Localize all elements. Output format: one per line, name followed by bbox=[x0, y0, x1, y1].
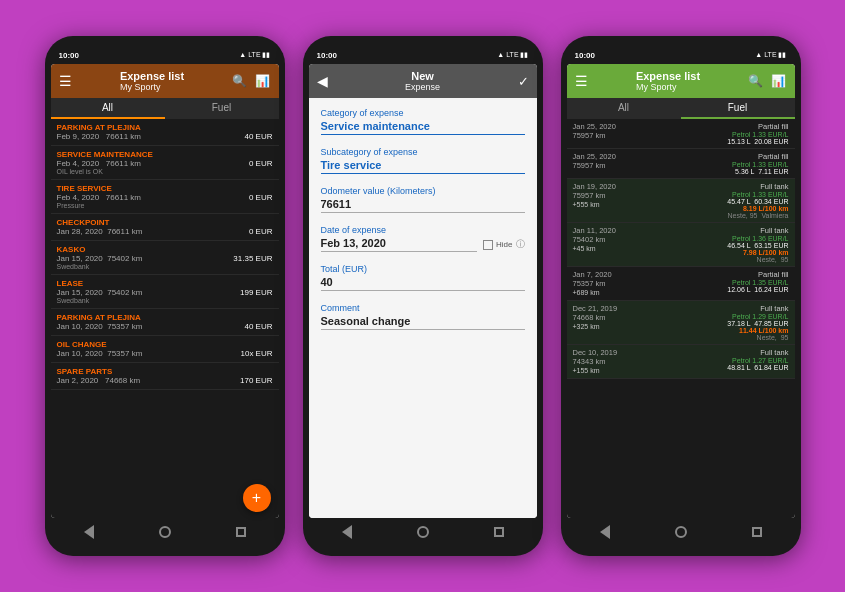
back-button[interactable] bbox=[81, 524, 97, 540]
home-button[interactable] bbox=[415, 524, 431, 540]
header-title-group: Expense list My Sporty bbox=[636, 70, 700, 92]
petrol-price: Petrol 1.35 EUR/L bbox=[727, 279, 788, 286]
petrol-price: Petrol 1.33 EUR/L bbox=[727, 191, 788, 198]
back-icon[interactable]: ◀ bbox=[317, 73, 328, 89]
tab-fuel[interactable]: Fuel bbox=[681, 98, 795, 119]
expense-list: PARKING AT PLEJINA Feb 9, 2020 76611 km … bbox=[51, 119, 279, 518]
list-item[interactable]: Jan 25, 202075957 km Partial fill Petrol… bbox=[567, 149, 795, 179]
recents-button[interactable] bbox=[491, 524, 507, 540]
fuel-right: Full tank Petrol 1.33 EUR/L 45.47 L 60.3… bbox=[727, 182, 788, 219]
phone-1-topbar: 10:00 ▲ LTE ▮▮ bbox=[51, 46, 279, 64]
fuel-right: Partial fill Petrol 1.33 EUR/L 15.13 L 2… bbox=[727, 122, 788, 145]
chart-icon[interactable]: 📊 bbox=[771, 74, 786, 88]
phone-3-header: ☰ Expense list My Sporty 🔍 📊 bbox=[567, 64, 795, 98]
expense-note: OIL level is OK bbox=[57, 168, 273, 175]
category-field: Category of expense Service maintenance bbox=[321, 108, 525, 135]
subcategory-value[interactable]: Tire service bbox=[321, 159, 525, 174]
hide-toggle[interactable]: Hide ⓘ bbox=[483, 238, 524, 251]
total-label: Total (EUR) bbox=[321, 264, 525, 274]
odometer-field: Odometer value (Kilometers) 76611 bbox=[321, 186, 525, 213]
expense-date-km: Jan 10, 2020 75357 km bbox=[57, 322, 143, 331]
list-item[interactable]: Jan 11, 202075402 km+45 km Full tank Pet… bbox=[567, 223, 795, 267]
phone-1-screen: ☰ Expense list My Sporty 🔍 📊 All Fuel PA… bbox=[51, 64, 279, 518]
list-item[interactable]: SERVICE MAINTENANCE Feb 4, 2020 76611 km… bbox=[51, 146, 279, 180]
odometer-value[interactable]: 76611 bbox=[321, 198, 525, 213]
expense-category: LEASE bbox=[57, 279, 273, 288]
date-value[interactable]: Feb 13, 2020 bbox=[321, 237, 478, 252]
phone-1: 10:00 ▲ LTE ▮▮ ☰ Expense list My Sporty … bbox=[45, 36, 285, 556]
search-icon[interactable]: 🔍 bbox=[748, 74, 763, 88]
tab-all[interactable]: All bbox=[51, 98, 165, 119]
phone-1-status-icons: ▲ LTE ▮▮ bbox=[239, 51, 270, 59]
back-button[interactable] bbox=[597, 524, 613, 540]
search-icon[interactable]: 🔍 bbox=[232, 74, 247, 88]
list-item[interactable]: Jan 19, 202075957 km+555 km Full tank Pe… bbox=[567, 179, 795, 223]
list-item[interactable]: KASKO Jan 15, 2020 75402 km 31.35 EUR Sw… bbox=[51, 241, 279, 275]
home-button[interactable] bbox=[157, 524, 173, 540]
phone-2-screen: ◀ New Expense ✓ Category of expense Serv… bbox=[309, 64, 537, 518]
phone-3-topbar: 10:00 ▲ LTE ▮▮ bbox=[567, 46, 795, 64]
list-item[interactable]: PARKING AT PLEJINA Feb 9, 2020 76611 km … bbox=[51, 119, 279, 146]
list-item[interactable]: TIRE SERVICE Feb 4, 2020 76611 km 0 EUR … bbox=[51, 180, 279, 214]
liters-cost: 5.36 L 7.11 EUR bbox=[732, 168, 788, 175]
fuel-right: Partial fill Petrol 1.35 EUR/L 12.06 L 1… bbox=[727, 270, 788, 297]
menu-icon[interactable]: ☰ bbox=[59, 73, 72, 89]
phone-2-header: ◀ New Expense ✓ bbox=[309, 64, 537, 98]
expense-note: Swedbank bbox=[57, 297, 273, 304]
petrol-price: Petrol 1.29 EUR/L bbox=[727, 313, 788, 320]
info-icon[interactable]: ⓘ bbox=[516, 238, 525, 251]
liters-cost: 45.47 L 60.34 EUR bbox=[727, 198, 788, 205]
header-action-icons: 🔍 📊 bbox=[232, 74, 270, 88]
liters-cost: 48.81 L 61.84 EUR bbox=[727, 364, 788, 371]
list-item[interactable]: PARKING AT PLEJINA Jan 10, 2020 75357 km… bbox=[51, 309, 279, 336]
phone-2: 10:00 ▲ LTE ▮▮ ◀ New Expense ✓ Category … bbox=[303, 36, 543, 556]
list-item[interactable]: OIL CHANGE Jan 10, 2020 75357 km 10x EUR bbox=[51, 336, 279, 363]
expense-date-km: Feb 4, 2020 76611 km bbox=[57, 193, 142, 202]
expense-category: PARKING AT PLEJINA bbox=[57, 123, 273, 132]
tab-fuel[interactable]: Fuel bbox=[165, 98, 279, 119]
recents-button[interactable] bbox=[749, 524, 765, 540]
back-button[interactable] bbox=[339, 524, 355, 540]
list-item[interactable]: Dec 21, 201974668 km+325 km Full tank Pe… bbox=[567, 301, 795, 345]
tab-all[interactable]: All bbox=[567, 98, 681, 119]
add-expense-fab[interactable]: + bbox=[243, 484, 271, 512]
menu-icon[interactable]: ☰ bbox=[575, 73, 588, 89]
phone-1-nav bbox=[51, 518, 279, 546]
expense-category: CHECKPOINT bbox=[57, 218, 273, 227]
list-item[interactable]: CHECKPOINT Jan 28, 2020 76611 km 0 EUR bbox=[51, 214, 279, 241]
subcategory-field: Subcategory of expense Tire service bbox=[321, 147, 525, 174]
expense-date-km: Jan 2, 2020 74668 km bbox=[57, 376, 141, 385]
odometer-label: Odometer value (Kilometers) bbox=[321, 186, 525, 196]
list-item[interactable]: SPARE PARTS Jan 2, 2020 74668 km 170 EUR bbox=[51, 363, 279, 390]
checkmark-icon[interactable]: ✓ bbox=[518, 74, 529, 89]
fuel-header-title: Expense list bbox=[636, 70, 700, 82]
fill-type: Partial fill bbox=[732, 152, 788, 161]
total-field: Total (EUR) 40 bbox=[321, 264, 525, 291]
hide-checkbox-box[interactable] bbox=[483, 240, 493, 250]
expense-note: Swedbank bbox=[57, 263, 273, 270]
phone-3-status-icons: ▲ LTE ▮▮ bbox=[755, 51, 786, 59]
category-value[interactable]: Service maintenance bbox=[321, 120, 525, 135]
expense-amount: 40 EUR bbox=[244, 132, 272, 141]
expense-amount: 10x EUR bbox=[240, 349, 272, 358]
liters-cost: 37.18 L 47.85 EUR bbox=[727, 320, 788, 327]
list-item[interactable]: Jan 7, 202075357 km+689 km Partial fill … bbox=[567, 267, 795, 301]
recents-button[interactable] bbox=[233, 524, 249, 540]
fuel-station: Neste, 95 bbox=[727, 334, 788, 341]
fuel-efficiency: 11.44 L/100 km bbox=[727, 327, 788, 334]
home-button[interactable] bbox=[673, 524, 689, 540]
petrol-price: Petrol 1.27 EUR/L bbox=[727, 357, 788, 364]
comment-label: Comment bbox=[321, 303, 525, 313]
fuel-right: Partial fill Petrol 1.33 EUR/L 5.36 L 7.… bbox=[732, 152, 788, 175]
total-value[interactable]: 40 bbox=[321, 276, 525, 291]
expense-date-km: Jan 28, 2020 76611 km bbox=[57, 227, 143, 236]
header-title-group: Expense list My Sporty bbox=[120, 70, 184, 92]
date-label: Date of expense bbox=[321, 225, 525, 235]
expense-amount: 0 EUR bbox=[249, 227, 273, 236]
list-item[interactable]: Dec 10, 201974343 km+155 km Full tank Pe… bbox=[567, 345, 795, 379]
petrol-price: Petrol 1.36 EUR/L bbox=[727, 235, 788, 242]
list-item[interactable]: Jan 25, 202075957 km Partial fill Petrol… bbox=[567, 119, 795, 149]
chart-icon[interactable]: 📊 bbox=[255, 74, 270, 88]
comment-value[interactable]: Seasonal change bbox=[321, 315, 525, 330]
list-item[interactable]: LEASE Jan 15, 2020 75402 km 199 EUR Swed… bbox=[51, 275, 279, 309]
